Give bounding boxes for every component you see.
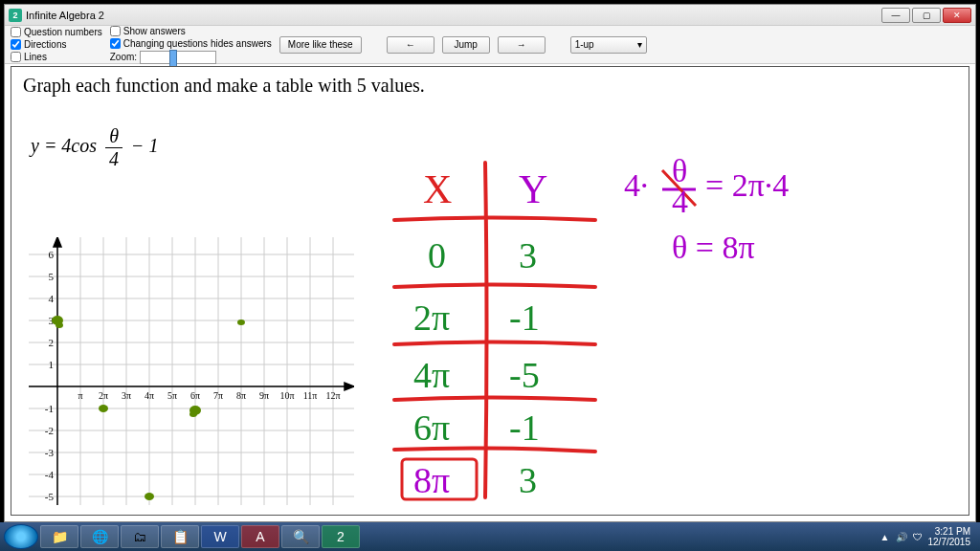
app-icon: 2 — [9, 9, 22, 22]
svg-text:1: 1 — [49, 359, 55, 370]
titlebar[interactable]: 2 Infinite Algebra 2 — ▢ ✕ — [5, 5, 975, 26]
svg-text:4π: 4π — [145, 390, 154, 401]
svg-point-57 — [189, 411, 197, 417]
equation-lhs: y = 4cos — [31, 135, 97, 156]
tray-icon[interactable]: ▲ — [880, 532, 890, 542]
content-area: Graph each function and make a table wit… — [11, 66, 969, 516]
equation-numerator: θ — [105, 125, 122, 148]
clock-time: 3:21 PM — [928, 526, 971, 537]
window-title: Infinite Algebra 2 — [26, 10, 881, 21]
svg-text:12π: 12π — [325, 390, 340, 401]
taskbar-app4-icon[interactable]: 📋 — [161, 525, 199, 548]
svg-point-55 — [145, 493, 154, 500]
prev-button[interactable]: ← — [387, 36, 434, 54]
svg-text:2: 2 — [49, 337, 55, 348]
clock[interactable]: 3:21 PM 12/7/2015 — [928, 526, 971, 547]
question-numbers-checkbox[interactable]: Question numbers — [11, 27, 102, 37]
svg-text:-1: -1 — [509, 408, 540, 448]
lines-checkbox[interactable]: Lines — [11, 52, 102, 62]
taskbar-app7-icon[interactable]: 🔍 — [281, 525, 320, 548]
side-equation-1: 4· — [624, 167, 649, 203]
minimize-button[interactable]: — — [881, 8, 910, 23]
zoom-control: Zoom: — [110, 51, 272, 64]
svg-text:8π: 8π — [236, 390, 246, 401]
svg-marker-28 — [345, 383, 354, 390]
lines-label: Lines — [24, 52, 47, 62]
svg-marker-27 — [54, 237, 61, 247]
layout-select[interactable]: 1-up▾ — [570, 36, 647, 54]
svg-text:-3: -3 — [45, 447, 55, 458]
taskbar-word-icon[interactable]: W — [201, 525, 239, 548]
zoom-thumb[interactable] — [169, 50, 177, 67]
svg-text:4: 4 — [672, 184, 688, 219]
show-answers-label: Show answers — [123, 26, 186, 36]
question-numbers-label: Question numbers — [24, 27, 102, 37]
svg-text:-4: -4 — [45, 469, 55, 480]
directions-checkbox[interactable]: Directions — [11, 39, 102, 50]
svg-text:4π: 4π — [413, 355, 450, 395]
svg-text:2π: 2π — [99, 390, 108, 401]
svg-text:9π: 9π — [259, 390, 269, 401]
table-header-y: Y — [519, 167, 547, 211]
svg-text:6: 6 — [49, 249, 55, 260]
svg-text:-1: -1 — [45, 403, 54, 414]
chevron-down-icon: ▾ — [637, 39, 642, 50]
show-answers-checkbox[interactable]: Show answers — [110, 26, 272, 36]
graph: 654321 -1-2-3-4-5 π2π3π4π5π6π7π8π9π10π11… — [29, 237, 354, 505]
svg-text:5: 5 — [49, 271, 55, 282]
taskbar-chrome-icon[interactable]: 🌐 — [80, 525, 119, 548]
clock-date: 12/7/2015 — [928, 537, 971, 547]
svg-text:3π: 3π — [122, 390, 131, 401]
svg-text:10π: 10π — [279, 390, 294, 401]
svg-point-58 — [237, 320, 245, 325]
svg-text:-1: -1 — [509, 298, 540, 338]
svg-text:2π: 2π — [413, 298, 450, 338]
svg-text:-5: -5 — [509, 355, 540, 395]
taskbar-app3-icon[interactable]: 🗂 — [121, 525, 159, 548]
close-button[interactable]: ✕ — [943, 8, 971, 23]
taskbar-pdf-icon[interactable]: A — [241, 525, 279, 548]
table-header-x: X — [423, 167, 452, 211]
taskbar-infinite-icon[interactable]: 2 — [322, 525, 360, 548]
svg-text:4: 4 — [49, 293, 55, 304]
handwriting-overlay: X Y 0 3 2π -1 4π -5 6π -1 8π 3 4· θ — [375, 153, 911, 516]
changing-hides-checkbox[interactable]: Changing questions hides answers — [110, 38, 272, 49]
svg-text:6π: 6π — [413, 408, 450, 448]
taskbar[interactable]: 📁 🌐 🗂 📋 W A 🔍 2 ▲ 🔊 🛡 3:21 PM 12/7/2015 — [0, 522, 980, 551]
svg-point-53 — [56, 322, 63, 328]
more-like-button[interactable]: More like these — [279, 36, 362, 54]
zoom-label: Zoom: — [110, 52, 137, 62]
svg-text:7π: 7π — [213, 390, 223, 401]
maximize-button[interactable]: ▢ — [912, 8, 941, 23]
zoom-slider[interactable] — [140, 51, 216, 64]
svg-text:5π: 5π — [167, 390, 177, 401]
svg-text:3: 3 — [519, 460, 537, 500]
tray-icon-3[interactable]: 🛡 — [913, 532, 923, 542]
app-window: 2 Infinite Algebra 2 — ▢ ✕ Question numb… — [4, 4, 976, 522]
svg-text:11π: 11π — [303, 390, 318, 401]
directions-label: Directions — [24, 39, 66, 50]
svg-text:= 2π·4: = 2π·4 — [705, 167, 789, 203]
taskbar-explorer-icon[interactable]: 📁 — [40, 525, 78, 548]
system-tray[interactable]: ▲ 🔊 🛡 3:21 PM 12/7/2015 — [880, 526, 976, 547]
layout-select-value: 1-up — [575, 39, 594, 50]
svg-text:0: 0 — [428, 235, 446, 276]
tray-icon-2[interactable]: 🔊 — [896, 532, 907, 542]
svg-text:-2: -2 — [45, 425, 54, 436]
next-button[interactable]: → — [498, 36, 546, 54]
svg-point-54 — [99, 405, 108, 412]
svg-text:-5: -5 — [45, 491, 55, 502]
instruction-text: Graph each function and make a table wit… — [23, 75, 957, 97]
window-buttons: — ▢ ✕ — [881, 8, 971, 23]
changing-hides-label: Changing questions hides answers — [123, 38, 272, 49]
side-equation-2: θ = 8π — [672, 230, 755, 265]
start-button[interactable] — [4, 524, 38, 549]
equation-rhs: − 1 — [131, 135, 159, 156]
svg-text:6π: 6π — [190, 390, 200, 401]
svg-text:3: 3 — [519, 235, 537, 276]
jump-button[interactable]: Jump — [442, 36, 490, 54]
toolbar: Question numbers Directions Lines Show a… — [5, 26, 975, 64]
equation-denominator: 4 — [105, 148, 122, 170]
svg-text:8π: 8π — [413, 460, 450, 500]
svg-text:π: π — [78, 390, 82, 401]
